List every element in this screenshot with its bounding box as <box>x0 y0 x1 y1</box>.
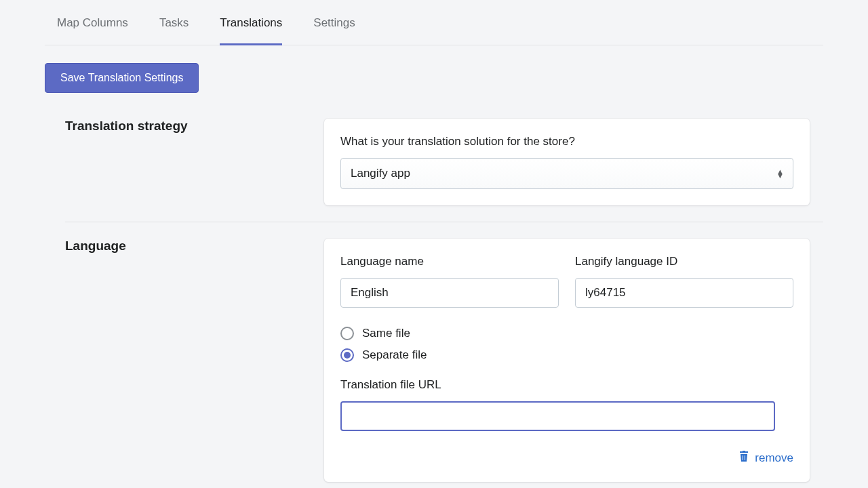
langify-id-label: Langify language ID <box>575 255 793 268</box>
remove-label: remove <box>755 451 793 465</box>
radio-separate-file-label: Separate file <box>362 348 427 362</box>
language-card: Language name Langify language ID Same f… <box>324 239 810 482</box>
translation-file-url-label: Translation file URL <box>340 378 793 392</box>
tab-tasks[interactable]: Tasks <box>159 0 189 45</box>
strategy-question-label: What is your translation solution for th… <box>340 135 793 148</box>
radio-same-file-label: Same file <box>362 327 410 340</box>
remove-language-link[interactable]: remove <box>738 450 793 466</box>
trash-icon <box>738 450 749 466</box>
translation-solution-select[interactable]: Langify app <box>340 158 793 189</box>
radio-separate-file[interactable]: Separate file <box>340 348 793 362</box>
tab-map-columns[interactable]: Map Columns <box>57 0 128 45</box>
save-translation-settings-button[interactable]: Save Translation Settings <box>45 63 199 93</box>
langify-id-input[interactable] <box>575 278 793 308</box>
tabs-bar: Map Columns Tasks Translations Settings <box>45 0 823 45</box>
radio-same-file[interactable]: Same file <box>340 327 793 340</box>
language-name-input[interactable] <box>340 278 559 308</box>
language-name-label: Language name <box>340 255 559 268</box>
radio-circle-icon <box>340 327 354 340</box>
language-section-title: Language <box>65 239 324 482</box>
radio-circle-icon <box>340 348 354 362</box>
strategy-section-title: Translation strategy <box>65 119 324 205</box>
strategy-card: What is your translation solution for th… <box>324 119 810 205</box>
tab-settings[interactable]: Settings <box>313 0 355 45</box>
tab-translations[interactable]: Translations <box>220 0 282 45</box>
radio-dot-icon <box>344 352 351 359</box>
translation-file-url-input[interactable] <box>340 401 775 431</box>
